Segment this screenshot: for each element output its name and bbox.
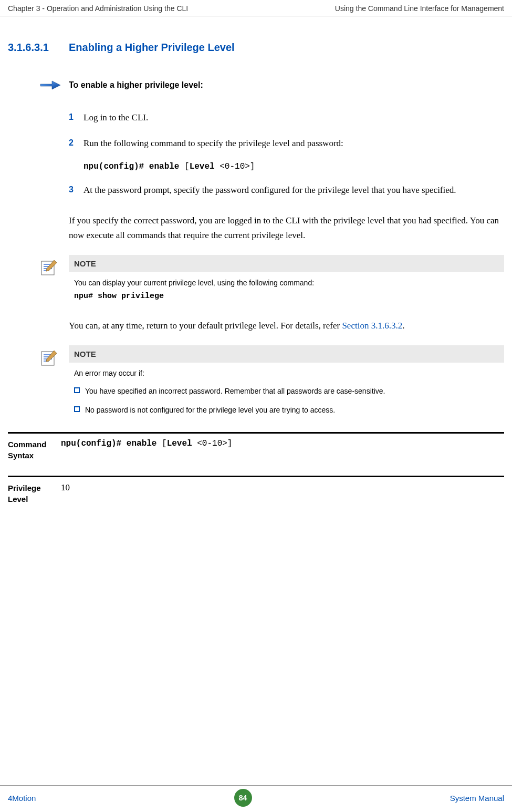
note-header: NOTE <box>69 345 504 363</box>
def-label: Command Syntax <box>8 439 61 461</box>
page-content: 3.1.6.3.1 Enabling a Higher Privilege Le… <box>0 16 512 419</box>
code-part: npu(config)# enable <box>61 439 156 448</box>
note-block: NOTE You can display your current privil… <box>69 255 504 306</box>
page-header: Chapter 3 - Operation and Administration… <box>0 0 512 16</box>
step-text: Log in to the CLI. <box>83 110 148 125</box>
note-list-item: No password is not configured for the pr… <box>69 401 504 420</box>
step-1: 1 Log in to the CLI. <box>69 110 504 125</box>
square-bullet-icon <box>74 406 80 412</box>
code-part: <0-10>] <box>192 439 233 448</box>
note-list-item: You have specified an incorrect password… <box>69 382 504 401</box>
note-header: NOTE <box>69 255 504 272</box>
footer-page-number: 84 <box>234 789 252 807</box>
arrow-right-icon <box>39 79 61 91</box>
section-number: 3.1.6.3.1 <box>8 42 69 54</box>
procedure-header: To enable a higher privilege level: <box>69 79 504 91</box>
def-value: npu(config)# enable [Level <0-10>] <box>61 439 232 461</box>
square-bullet-icon <box>74 387 80 393</box>
header-section: Using the Command Line Interface for Man… <box>335 4 504 13</box>
svg-marker-0 <box>40 81 60 89</box>
def-label: Privilege Level <box>8 482 61 505</box>
procedure-title: To enable a higher privilege level: <box>69 80 203 90</box>
note-intro: An error may occur if: <box>69 363 504 382</box>
step-number: 3 <box>69 183 83 197</box>
section-title: Enabling a Higher Privilege Level <box>69 42 235 54</box>
note-code: npu# show privilege <box>69 292 504 306</box>
step-text: At the password prompt, specify the pass… <box>83 183 456 197</box>
note-pencil-icon <box>39 258 58 277</box>
code-part: Level <box>190 162 215 171</box>
step-text: Run the following command to specify the… <box>83 136 343 150</box>
page-footer: 4Motion 84 System Manual <box>0 785 512 807</box>
section-link[interactable]: Section 3.1.6.3.2 <box>342 321 402 331</box>
note-body: You can display your current privilege l… <box>69 272 504 292</box>
paragraph: You can, at any time, return to your def… <box>69 318 504 334</box>
def-row-privilege: Privilege Level 10 <box>8 476 504 519</box>
section-heading: 3.1.6.3.1 Enabling a Higher Privilege Le… <box>8 42 504 54</box>
code-command: npu(config)# enable [Level <0-10>] <box>83 162 504 171</box>
note-pencil-icon <box>39 348 58 367</box>
code-part: Level <box>167 439 192 448</box>
note-item-text: You have specified an incorrect password… <box>85 386 385 397</box>
code-part: <0-10>] <box>215 162 255 171</box>
step-number: 2 <box>69 136 83 150</box>
code-part: [ <box>156 439 166 448</box>
paragraph: If you specify the correct password, you… <box>69 213 504 244</box>
para-text: You can, at any time, return to your def… <box>69 321 342 331</box>
definition-table: Command Syntax npu(config)# enable [Leve… <box>8 432 504 519</box>
note-block: NOTE An error may occur if: You have spe… <box>69 345 504 419</box>
note-item-text: No password is not configured for the pr… <box>85 405 335 416</box>
step-3: 3 At the password prompt, specify the pa… <box>69 183 504 197</box>
step-number: 1 <box>69 110 83 125</box>
code-part: npu(config)# enable <box>83 162 179 171</box>
def-value: 10 <box>61 482 70 505</box>
code-part: [ <box>179 162 189 171</box>
step-2: 2 Run the following command to specify t… <box>69 136 504 150</box>
def-row-command: Command Syntax npu(config)# enable [Leve… <box>8 432 504 476</box>
header-chapter: Chapter 3 - Operation and Administration… <box>8 4 188 13</box>
para-suffix: . <box>402 321 404 331</box>
footer-product: 4Motion <box>8 794 36 803</box>
procedure-block: To enable a higher privilege level: 1 Lo… <box>69 79 504 198</box>
footer-manual: System Manual <box>450 794 504 803</box>
